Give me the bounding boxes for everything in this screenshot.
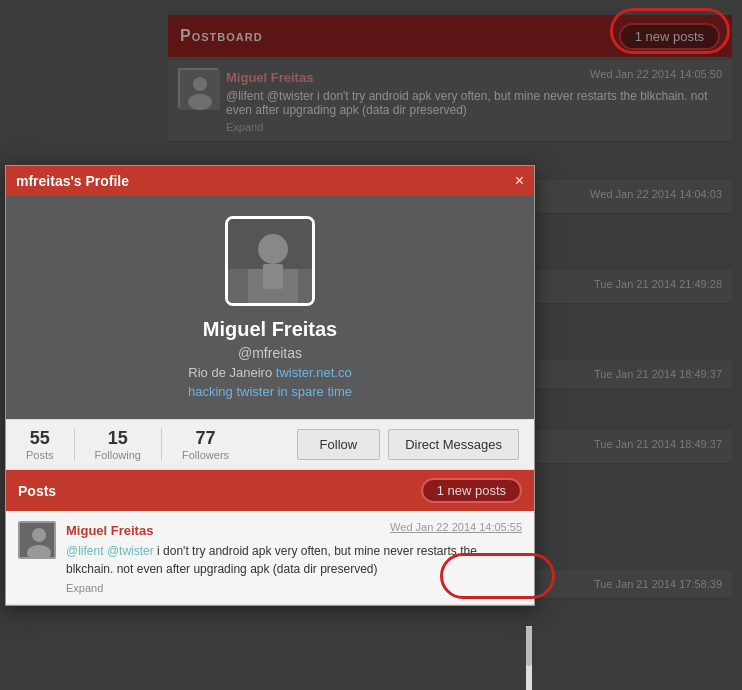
profile-location: Rio de Janeiro twister.net.co xyxy=(188,365,351,380)
modal-close-button[interactable]: × xyxy=(515,173,524,189)
profile-handle: @mfreitas xyxy=(238,345,302,361)
modal-post-expand[interactable]: Expand xyxy=(66,582,522,594)
svg-point-9 xyxy=(32,528,46,542)
modal-post-item: Miguel Freitas Wed Jan 22 2014 14:05:55 … xyxy=(6,511,534,605)
modal-post-avatar xyxy=(18,521,56,559)
profile-section: Miguel Freitas @mfreitas Rio de Janeiro … xyxy=(6,196,534,419)
modal-post-content: Miguel Freitas Wed Jan 22 2014 14:05:55 … xyxy=(66,521,522,594)
profile-avatar-image xyxy=(228,219,312,303)
following-count: 15 xyxy=(95,428,141,449)
follow-button[interactable]: Follow xyxy=(297,429,381,460)
modal-post-author: Miguel Freitas xyxy=(66,523,153,538)
modal-titlebar: mfreitas's Profile × xyxy=(6,166,534,196)
modal-title: mfreitas's Profile xyxy=(16,173,129,189)
profile-avatar xyxy=(225,216,315,306)
followers-count: 77 xyxy=(182,428,229,449)
action-buttons: Follow Direct Messages xyxy=(297,429,519,460)
scrollbar-track[interactable] xyxy=(526,626,532,690)
following-label: Following xyxy=(95,449,141,461)
profile-location-link[interactable]: twister.net.co xyxy=(276,365,352,380)
stat-following: 15 Following xyxy=(75,428,162,461)
stat-followers: 77 Followers xyxy=(162,428,249,461)
stat-posts: 55 Posts xyxy=(21,428,75,461)
posts-count: 55 xyxy=(26,428,54,449)
profile-name: Miguel Freitas xyxy=(203,318,337,341)
posts-label: Posts xyxy=(26,449,54,461)
profile-bio: hacking twister in spare time xyxy=(188,384,352,399)
stats-row: 55 Posts 15 Following 77 Followers Follo… xyxy=(6,419,534,470)
profile-modal: mfreitas's Profile × Miguel Freitas @mfr… xyxy=(5,165,535,606)
direct-messages-button[interactable]: Direct Messages xyxy=(388,429,519,460)
new-posts-button-modal[interactable]: 1 new posts xyxy=(421,478,522,503)
mention-2[interactable]: @twister xyxy=(107,544,154,558)
profile-location-text: Rio de Janeiro xyxy=(188,365,272,380)
followers-label: Followers xyxy=(182,449,229,461)
svg-point-5 xyxy=(258,234,288,264)
modal-post-time: Wed Jan 22 2014 14:05:55 xyxy=(390,521,522,533)
posts-section-title: Posts xyxy=(18,483,56,499)
mention-1[interactable]: @lifent xyxy=(66,544,104,558)
modal-post-text: @lifent @twister i don't try android apk… xyxy=(66,542,522,578)
scrollbar-thumb[interactable] xyxy=(526,626,532,666)
modal-posts-header: Posts 1 new posts xyxy=(6,470,534,511)
svg-rect-7 xyxy=(263,264,283,289)
